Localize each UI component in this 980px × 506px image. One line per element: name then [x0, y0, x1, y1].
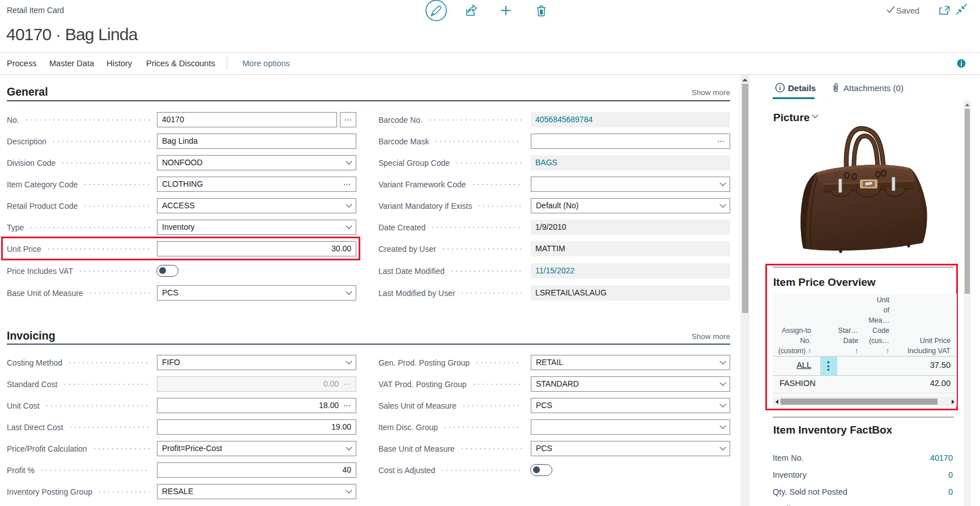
svg-text:Saved: Saved: [896, 6, 919, 15]
